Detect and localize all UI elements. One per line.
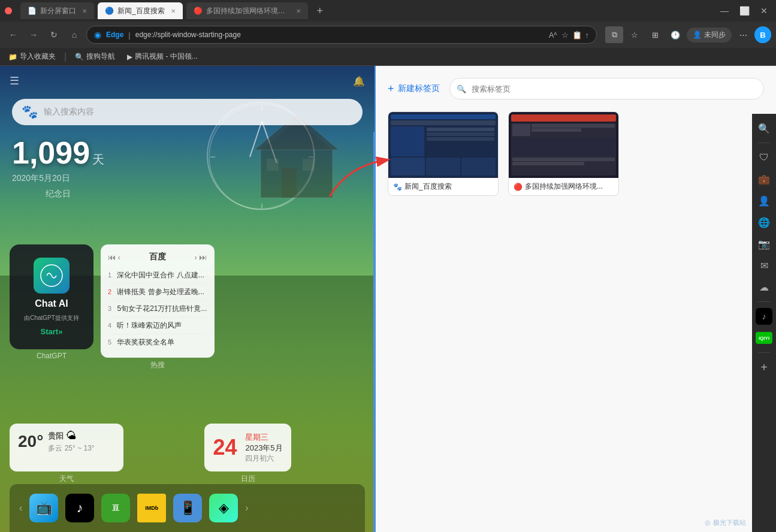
search-tabs-input[interactable] — [449, 78, 764, 99]
sidebar-add-icon[interactable]: + — [754, 358, 774, 377]
bookmark-import[interactable]: 📁 导入收藏夹 — [5, 50, 59, 63]
home-button[interactable]: ⌂ — [66, 26, 83, 43]
calendar-year-month: 2023年5月 — [245, 443, 282, 454]
app-icon-green[interactable]: ◈ — [209, 494, 238, 522]
svg-rect-10 — [267, 159, 279, 171]
tab-thumbnail-image-baidu — [388, 112, 498, 178]
favorites-icon[interactable]: ☆ — [561, 31, 569, 40]
addressbar: ← → ↻ ⌂ ◉ Edge | edge://split-window-sta… — [0, 22, 776, 48]
iqiyi-icon-inner: iQIYI — [756, 332, 772, 344]
close-button[interactable] — [5, 7, 12, 14]
sidebar-send-icon[interactable]: ✉ — [754, 256, 774, 275]
tab-weibo[interactable]: 🔴 多国持续加强网络环境治理 (国… ✕ — [186, 2, 308, 19]
news-item-5[interactable]: 5 华表奖获奖全名单 — [108, 334, 207, 350]
back-button[interactable]: ← — [5, 26, 22, 43]
news-item-1[interactable]: 1 深化中国中亚合作 八点建... — [108, 267, 207, 284]
bookmark-tencent-video[interactable]: ▶ 腾讯视频 - 中国领... — [123, 50, 201, 63]
tab-close-button[interactable]: ✕ — [171, 8, 176, 14]
weather-temperature: 20° — [18, 432, 43, 451]
refresh-button[interactable]: ↻ — [46, 26, 62, 43]
sidebar-person-icon[interactable]: 👤 — [754, 191, 774, 210]
sidebar-cloud-icon[interactable]: ☁ — [754, 277, 774, 297]
sidebar-tiktok-icon[interactable]: ♪ — [754, 307, 774, 326]
news-prev-btn[interactable]: ⏮ ‹ — [108, 253, 120, 262]
forward-button[interactable]: → — [25, 26, 42, 43]
settings-more-button[interactable]: ⋯ — [734, 26, 752, 43]
share-icon[interactable]: ↑ — [585, 31, 590, 40]
app-icons-left-scroll[interactable]: ‹ — [19, 503, 22, 513]
bookmark-sogou[interactable]: 🔍 搜狗导航 — [71, 50, 119, 63]
bookmark-separator: | — [64, 52, 67, 62]
tab-thumbnail-weibo[interactable]: 🔴 多国持续加强网络环境... — [508, 111, 619, 196]
weather-city: 贵阳 — [48, 431, 64, 442]
avatar-icon: 👤 — [693, 31, 702, 39]
new-tab-label: 新建标签页 — [398, 83, 440, 94]
tab-close-button[interactable]: ✕ — [296, 8, 301, 14]
toolbar-right: ⧉ ☆ ⊞ 🕐 👤 未同步 ⋯ B — [605, 26, 771, 43]
search-bar-container: 🐾 输入搜索内容 — [12, 99, 363, 125]
app-icon-screen[interactable]: 📱 — [173, 494, 202, 522]
news-item-3[interactable]: 3 5旬女子花21万打抗癌针竟... — [108, 301, 207, 318]
hamburger-menu[interactable]: ☰ — [10, 74, 19, 87]
tab-new-window[interactable]: 📄 新分屏窗口 ✕ — [20, 2, 94, 19]
address-bar-input[interactable]: ◉ Edge | edge://split-window-starting-pa… — [86, 26, 597, 44]
tab-thumbnail-image-weibo — [509, 112, 618, 178]
app-icon-tiktok[interactable]: ♪ — [65, 494, 94, 522]
search-bar[interactable]: 🐾 输入搜索内容 — [12, 99, 363, 125]
new-tab-button[interactable]: + — [312, 2, 328, 19]
app-icon-douban[interactable]: 豆 — [101, 494, 130, 522]
maximize-button[interactable]: ⬜ — [736, 5, 753, 17]
app-icons-row: ‹ 📺 ♪ 豆 IMDb 📱 ◈ › — [10, 484, 365, 532]
split-screen-button[interactable]: ⧉ — [605, 26, 623, 43]
app-icons-right-scroll[interactable]: › — [245, 503, 248, 513]
bookmark-label: 导入收藏夹 — [20, 52, 56, 62]
sidebar-camera-icon[interactable]: 📷 — [754, 234, 774, 253]
chatgpt-card[interactable]: Chat AI 由ChatGPT提供支持 Start» — [10, 244, 93, 349]
history-button[interactable]: 🕐 — [666, 26, 684, 43]
bing-button[interactable]: B — [754, 26, 771, 43]
sogou-icon: 🔍 — [75, 53, 84, 61]
tiktok-icon-inner: ♪ — [756, 308, 772, 325]
news-next-btn[interactable]: › ⏭ — [195, 253, 207, 262]
sidebar-globe-icon[interactable]: 🌐 — [754, 213, 774, 232]
left-panel-baidu: ☰ 🔔 🐾 输入搜索内容 1,099 天 2020年5月20日 纪念日 — [0, 66, 375, 532]
sidebar-shield-icon[interactable]: 🛡 — [754, 148, 774, 167]
right-sidebar: 🔍 🛡 💼 👤 🌐 📷 ✉ ☁ ♪ iQIYI + ⚙ — [752, 114, 776, 532]
new-tab-link[interactable]: + 新建标签页 — [388, 83, 440, 95]
tencent-icon: ▶ — [127, 53, 132, 61]
tab-baidu[interactable]: 🔵 新闻_百度搜索 ✕ — [98, 2, 183, 19]
close-window-button[interactable]: ✕ — [757, 5, 771, 17]
read-aloud-icon[interactable]: Aᴬ — [549, 31, 558, 40]
news-label: 热搜 — [101, 360, 215, 370]
svg-rect-11 — [303, 159, 315, 171]
tab-label: 多国持续加强网络环境治理 (国… — [206, 6, 290, 16]
tab-close-button[interactable]: ✕ — [82, 8, 87, 14]
chatgpt-start-button[interactable]: Start» — [41, 327, 63, 336]
sidebar-iqiyi-icon[interactable]: iQIYI — [754, 328, 774, 347]
sidebar-separator-3 — [758, 352, 770, 353]
notification-bell[interactable]: 🔔 — [353, 75, 365, 87]
search-input-placeholder: 输入搜索内容 — [44, 107, 94, 117]
calendar-day: 24 — [213, 435, 237, 460]
tab-label: 新闻_百度搜索 — [117, 6, 165, 16]
collections-button[interactable]: ⊞ — [646, 26, 664, 43]
sidebar-briefcase-icon[interactable]: 💼 — [754, 170, 774, 189]
chatgpt-subtitle: 由ChatGPT提供支持 — [24, 314, 79, 322]
sidebar-zoom-icon[interactable]: 🔍 — [754, 119, 774, 138]
tab-favicon: 🔴 — [194, 7, 203, 15]
tab-thumbnail-baidu[interactable]: 🐾 新闻_百度搜索 — [388, 111, 499, 196]
app-icon-tv[interactable]: 📺 — [29, 494, 58, 522]
tab-label: 新分屏窗口 — [40, 6, 76, 16]
news-item-4[interactable]: 4 听！珠峰索迈的风声 — [108, 318, 207, 334]
edge-favicon: ◉ — [94, 30, 101, 40]
app-icon-imdb[interactable]: IMDb — [137, 494, 166, 522]
news-item-2[interactable]: 2 谢锋抵美 曾参与处理孟晚... — [108, 284, 207, 301]
counter-date: 2020年5月20日 — [12, 173, 104, 184]
right-panel-split: + 新建标签页 🔍 — [375, 66, 776, 532]
favorites-toolbar-button[interactable]: ☆ — [626, 26, 644, 43]
window-controls — [5, 7, 12, 14]
left-header: ☰ 🔔 — [0, 66, 375, 96]
sync-button[interactable]: 👤 未同步 — [687, 28, 732, 43]
minimize-button[interactable]: — — [717, 5, 732, 17]
reading-list-icon[interactable]: 📋 — [572, 31, 582, 40]
